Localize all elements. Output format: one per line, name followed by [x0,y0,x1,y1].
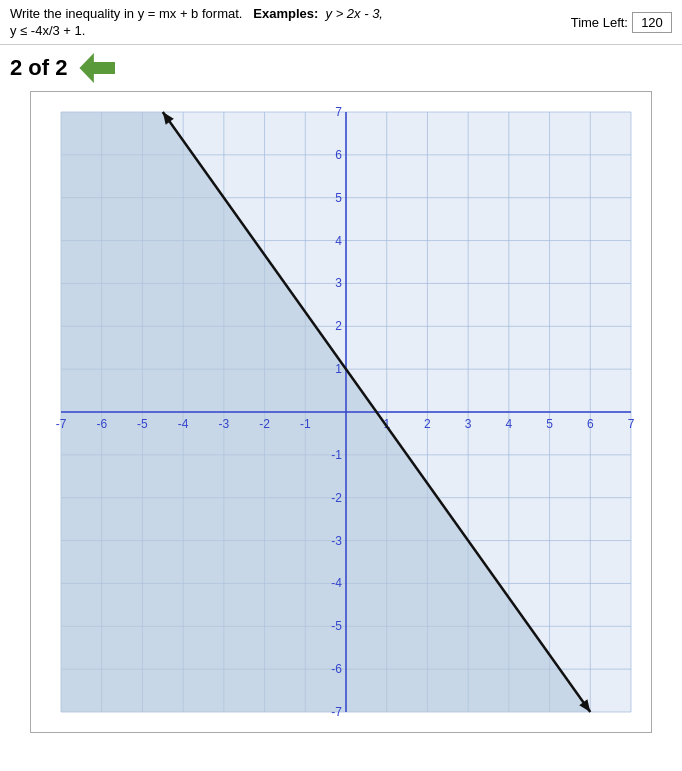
examples-label: Examples: [253,6,318,21]
instruction-text: Write the inequality in y = mx + b forma… [10,6,383,21]
timer-label: Time Left: [571,15,628,30]
example1: y > 2x - 3, [326,6,383,21]
coordinate-graph [30,91,652,733]
instruction-area: Write the inequality in y = mx + b forma… [10,6,383,38]
question-nav: 2 of 2 [0,45,682,91]
timer-value: 120 [632,12,672,33]
back-arrow-icon[interactable] [79,53,115,83]
sub-instruction-text: y ≤ -4x/3 + 1. [10,23,383,38]
question-count: 2 of 2 [10,55,67,81]
graph-container [0,91,682,743]
header: Write the inequality in y = mx + b forma… [0,0,682,45]
timer-area: Time Left: 120 [571,12,672,33]
